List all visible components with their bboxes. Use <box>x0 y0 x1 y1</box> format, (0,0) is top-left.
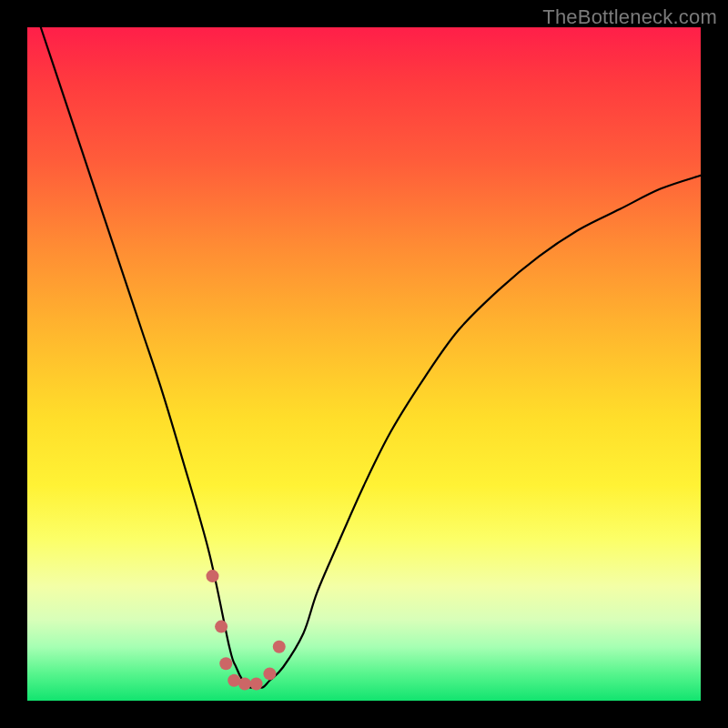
highlight-dot <box>250 678 263 691</box>
bottleneck-curve-path <box>41 27 701 688</box>
bottleneck-curve <box>41 27 701 688</box>
plot-area <box>27 27 701 701</box>
highlight-dot <box>215 621 228 633</box>
highlight-dot <box>228 674 240 687</box>
watermark-text: TheBottleneck.com <box>542 5 717 29</box>
chart-svg <box>27 27 701 701</box>
highlight-dot <box>219 657 232 670</box>
highlight-dot <box>207 570 219 582</box>
highlight-dot <box>238 678 251 691</box>
highlight-dot <box>263 667 276 680</box>
chart-frame: TheBottleneck.com <box>0 0 728 728</box>
highlight-dot <box>273 641 286 653</box>
